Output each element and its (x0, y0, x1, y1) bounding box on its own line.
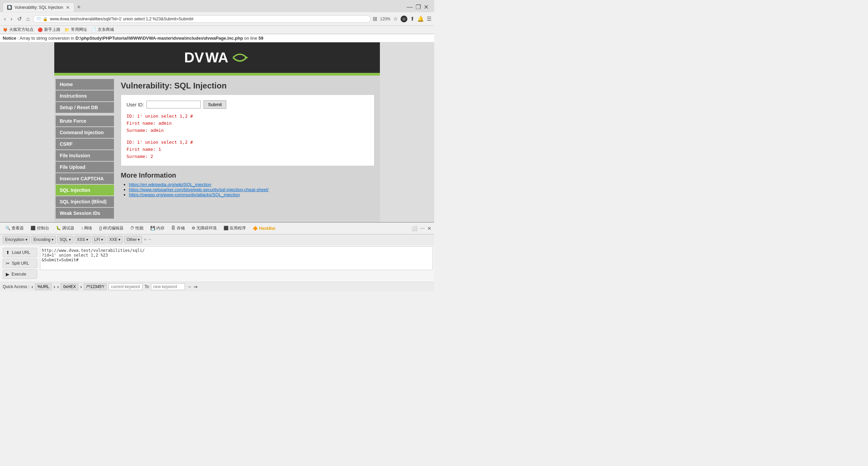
active-tab[interactable]: 📄 Vulnerability: SQL Injection ✕ (3, 2, 74, 12)
devtools-expand-icon[interactable]: ⬜ (411, 226, 417, 231)
xxe-label: XXE (109, 237, 117, 242)
hackbar-sep-1: + (143, 237, 147, 243)
devtools-tab-debugger[interactable]: 🐛 调试器 (53, 224, 77, 232)
tab-favicon: 📄 (7, 5, 12, 10)
hackbar-toolbar: Encryption ▾ Encoding ▾ SQL ▾ XSS ▾ LFI … (0, 235, 434, 245)
notice-bar: Notice : Array to string conversion in D… (0, 34, 434, 42)
url-text[interactable]: www.dvwa.test/vulnerabilities/sqli/?id=1… (50, 17, 367, 21)
sidebar-item-sql-injection-blind[interactable]: SQL Injection (Blind) (56, 196, 114, 207)
new-keyword-input[interactable] (151, 283, 185, 290)
notification-icon[interactable]: 🔔 (417, 16, 424, 22)
userid-input[interactable] (147, 101, 201, 108)
link-1[interactable]: https://en.wikipedia.org/wiki/SQL_inject… (129, 182, 211, 187)
bookmark-star-icon[interactable]: ☆ (393, 16, 398, 22)
dvwa-main: Home Instructions Setup / Reset DB Brute… (54, 76, 380, 222)
qa-percent-nav-right[interactable]: › (54, 284, 55, 289)
sidebar-item-instructions[interactable]: Instructions (56, 90, 114, 101)
devtools-tab-accessibility[interactable]: ⚙ 无障碍环境 (189, 224, 219, 232)
qa-to-label: To (144, 284, 149, 289)
new-tab-button[interactable]: + (77, 4, 81, 11)
sidebar-item-brute-force[interactable]: Brute Force (56, 116, 114, 126)
close-button[interactable]: ✕ (424, 3, 429, 11)
sidebar-item-csrf[interactable]: CSRF (56, 139, 114, 149)
restore-button[interactable]: ❐ (416, 3, 421, 11)
other-caret: ▾ (138, 237, 140, 242)
devtools-tab-style[interactable]: {} 样式编辑器 (96, 224, 126, 232)
forward-button[interactable]: › (9, 15, 14, 23)
submit-button[interactable]: Submit (204, 100, 226, 109)
xxe-dropdown[interactable]: XXE ▾ (107, 236, 123, 243)
tab-close-button[interactable]: ✕ (66, 5, 70, 10)
other-dropdown[interactable]: Other ▾ (124, 236, 142, 243)
minimize-button[interactable]: — (407, 3, 413, 11)
nav-icons: ⊞ 120% ☆ U ⬆ 🔔 ☰ (373, 16, 431, 22)
sidebar-item-sql-injection[interactable]: SQL Injection (56, 185, 114, 196)
qa-hex-nav-left[interactable]: ‹ (57, 284, 59, 289)
devtools-tab-network[interactable]: ↕ 网络 (78, 224, 95, 232)
encoding-caret: ▾ (52, 237, 54, 242)
bookmark-beginner[interactable]: 🔴 新手上路 (38, 27, 60, 33)
xss-dropdown[interactable]: XSS ▾ (75, 236, 91, 243)
bookmark-jd[interactable]: 📄 京东商城 (91, 27, 114, 33)
link-item-3: https://owasp.org/www-community/attacks/… (129, 192, 374, 197)
devtools-close-icon[interactable]: ✕ (427, 226, 431, 231)
sidebar-item-insecure-captcha[interactable]: Insecure CAPTCHA (56, 173, 114, 184)
lfi-dropdown[interactable]: LFI ▾ (92, 236, 105, 243)
devtools-tab-memory[interactable]: 💾 内存 (148, 224, 167, 232)
home-button[interactable]: ⌂ (25, 15, 31, 23)
bookmarks-bar: 🦊 火狐官方站点 🔴 新手上路 📁 常用网址 📄 京东商城 (0, 26, 434, 34)
encoding-dropdown[interactable]: Encoding ▾ (31, 236, 56, 243)
devtools-tab-application[interactable]: ⬛ 应用程序 (221, 224, 249, 232)
devtools-tab-console[interactable]: ⬛ 控制台 (28, 224, 52, 232)
bookmark-common[interactable]: 📁 常用网址 (64, 27, 87, 33)
hackbar-url-area: http://www.dvwa.test/vulnerabilities/sql… (40, 246, 433, 280)
encryption-dropdown[interactable]: Encryption ▾ (3, 236, 30, 243)
result-2-id: ID: 1' union select 1,2 # (127, 139, 369, 146)
qa-percent-nav-left[interactable]: ‹ (32, 284, 33, 289)
devtools-tab-performance[interactable]: ⏱ 性能 (128, 224, 146, 232)
address-bar[interactable]: 🛡 🔒 www.dvwa.test/vulnerabilities/sqli/?… (33, 15, 371, 23)
user-avatar[interactable]: U (401, 16, 407, 22)
sidebar: Home Instructions Setup / Reset DB Brute… (54, 76, 115, 222)
sidebar-item-home[interactable]: Home (56, 79, 114, 90)
dvwa-header: DV WA (54, 42, 380, 73)
hackbar-url-textarea[interactable]: http://www.dvwa.test/vulnerabilities/sql… (40, 246, 433, 270)
execute-button[interactable]: ▶ Execute (3, 269, 37, 279)
back-button[interactable]: ‹ (3, 15, 7, 23)
sidebar-item-setup[interactable]: Setup / Reset DB (56, 102, 114, 113)
dvwa-container: DV WA Home Instructions Setup / Reset DB… (54, 42, 380, 222)
grid-icon[interactable]: ⊞ (373, 16, 377, 22)
xxe-caret: ▾ (118, 237, 120, 242)
devtools-tab-hackbar[interactable]: 🔶 HackBar (250, 225, 278, 232)
dvwa-green-bar (54, 73, 380, 76)
current-keyword-input[interactable] (109, 283, 142, 290)
qa-hex: 0xHEX (61, 283, 78, 290)
lfi-label: LFI (94, 237, 100, 242)
qa-arrow-forward[interactable]: → (187, 284, 192, 289)
devtools-icons: ⬜ ⋯ ✕ (411, 226, 431, 231)
sidebar-item-command-injection[interactable]: Command Injection (56, 127, 114, 138)
split-url-button[interactable]: ✂ Split URL (3, 259, 37, 268)
sidebar-item-weak-session[interactable]: Weak Session IDs (56, 208, 114, 219)
load-url-button[interactable]: ⬆ Load URL (3, 248, 37, 257)
refresh-button[interactable]: ↺ (16, 15, 23, 23)
encryption-caret: ▾ (25, 237, 27, 242)
devtools-more-icon[interactable]: ⋯ (420, 226, 425, 231)
upload-icon[interactable]: ⬆ (410, 16, 414, 22)
sql-dropdown[interactable]: SQL ▾ (57, 236, 73, 243)
qa-hex-nav-right[interactable]: › (80, 284, 82, 289)
hackbar: Encryption ▾ Encoding ▾ SQL ▾ XSS ▾ LFI … (0, 234, 434, 291)
menu-button[interactable]: ☰ (427, 16, 431, 22)
qa-arrow-right-end[interactable]: ⇒ (194, 284, 198, 289)
link-2[interactable]: https://www.netsparker.com/blog/web-secu… (129, 187, 269, 192)
link-3[interactable]: https://owasp.org/www-community/attacks/… (129, 192, 240, 197)
bookmark-firefox[interactable]: 🦊 火狐官方站点 (3, 27, 34, 33)
sidebar-item-file-upload[interactable]: File Upload (56, 162, 114, 173)
sidebar-item-file-inclusion[interactable]: File Inclusion (56, 150, 114, 161)
devtools-tab-inspector[interactable]: 🔍 查看器 (3, 224, 26, 232)
devtools-tab-storage[interactable]: 🗄 存储 (169, 224, 187, 232)
svg-marker-0 (245, 56, 248, 59)
page-title: Vulnerability: SQL Injection (121, 81, 374, 90)
split-url-icon: ✂ (6, 261, 10, 266)
result-2-surname: Surname: 2 (127, 153, 369, 160)
